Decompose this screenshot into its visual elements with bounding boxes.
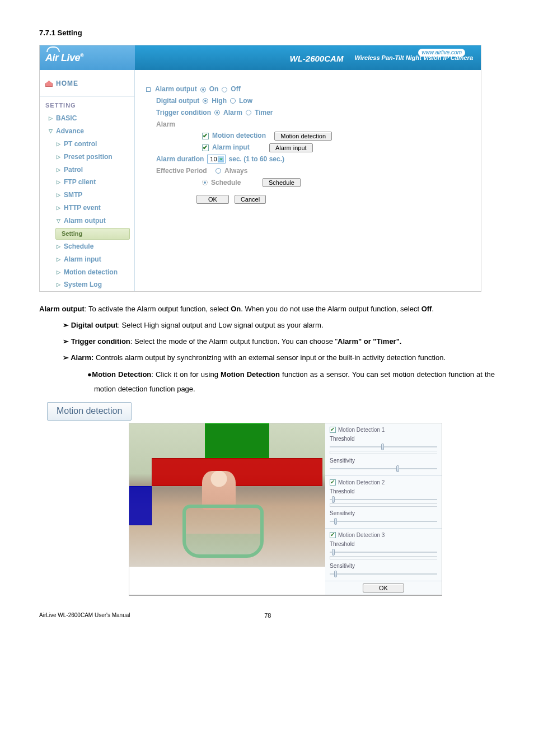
checkbox-alarm-input[interactable] [202, 144, 209, 151]
sidebar-item-label: FTP client [64, 178, 96, 187]
t-b4b: : Click it on for using [151, 370, 221, 379]
low-label: Low [239, 96, 252, 106]
ok-button[interactable]: OK [196, 195, 229, 204]
sidebar-item-pt-control[interactable]: ▷PT control [40, 138, 134, 151]
bullet-trigger-condition: ➢ Trigger condition: Select the mode of … [39, 334, 495, 349]
body-text: Alarm output: To activate the Alarm outp… [39, 302, 495, 396]
model-name: WL-2600CAM [290, 53, 344, 64]
alarm-duration-unit: sec. (1 to 60 sec.) [229, 155, 284, 164]
md-ok-button[interactable]: OK [363, 584, 404, 592]
sensitivity-slider-1[interactable] [330, 466, 437, 472]
sidebar-item-patrol[interactable]: ▷Patrol [40, 164, 134, 176]
schedule-button[interactable]: Schedule [263, 178, 301, 187]
md-block-3: Motion Detection 3ThresholdSensitivity [325, 529, 442, 581]
header-right: www.airlive.com WL-2600CAM Wireless Pan-… [135, 45, 481, 70]
md-title: Motion Detection 1 [338, 426, 385, 434]
always-label: Always [224, 166, 247, 176]
sidebar-item-motion-detection[interactable]: ▷Motion detection [40, 266, 134, 279]
admin-panel: Air Live® www.airlive.com WL-2600CAM Wir… [39, 45, 481, 292]
sensitivity-label: Sensitivity [330, 510, 437, 517]
radio-on[interactable] [200, 87, 206, 92]
alarm-duration-select[interactable]: 10 [207, 155, 225, 164]
arrow-icon: ➢ [63, 321, 71, 329]
sensitivity-slider-3[interactable] [330, 571, 437, 577]
sidebar-item-alarm-input[interactable]: ▷Alarm input [40, 253, 134, 266]
video-preview [129, 423, 325, 567]
chevron-right-icon: ▷ [57, 141, 60, 148]
threshold-slider-3[interactable] [330, 549, 437, 555]
chevron-right-icon: ▷ [57, 166, 60, 174]
sidebar-home[interactable]: HOME [40, 76, 134, 97]
sidebar-item-advance[interactable]: ▽Advance [40, 125, 134, 138]
sidebar-setting-header: SETTING [40, 99, 134, 112]
sidebar-item-http-event[interactable]: ▷HTTP event [40, 202, 134, 214]
square-bullet-icon [146, 87, 151, 92]
t-off: Off [421, 305, 432, 313]
bullet-motion-detection: ●Motion Detection: Click it on for using… [39, 367, 495, 396]
radio-schedule[interactable] [202, 180, 208, 185]
t-alarm: Alarm: [71, 353, 93, 362]
zone-3-blue[interactable] [129, 486, 152, 525]
row-alarm-duration: Alarm duration 10 sec. (1 to 60 sec.) [156, 155, 470, 164]
sidebar-item-label: Alarm input [64, 255, 101, 264]
md-checkbox-1[interactable] [330, 427, 336, 433]
motion-detection-button[interactable]: Motion detection [274, 132, 332, 141]
radio-timer[interactable] [246, 110, 251, 115]
alarm-duration-label: Alarm duration [156, 155, 204, 164]
effective-period-label: Effective Period [156, 166, 207, 176]
chevron-right-icon: ▷ [57, 192, 60, 199]
sidebar-item-smtp[interactable]: ▷SMTP [40, 189, 134, 202]
sensitivity-slider-2[interactable] [330, 519, 437, 524]
motion-detection-bigbutton[interactable]: Motion detection [47, 402, 132, 420]
alarm-output-label: Alarm output [155, 85, 197, 94]
sidebar-item-basic[interactable]: ▷BASIC [40, 112, 134, 125]
t-alarm-output: Alarm output [39, 305, 85, 313]
schedule-label: Schedule [211, 178, 241, 188]
sidebar-item-alarm-output[interactable]: ▽Alarm output [40, 214, 134, 227]
sidebar-item-preset-position[interactable]: ▷Preset position [40, 151, 134, 164]
radio-alarm[interactable] [214, 110, 220, 115]
brand-reg: ® [80, 53, 83, 58]
chevron-right-icon: ▷ [57, 179, 60, 186]
chevron-right-icon: ▷ [57, 204, 60, 212]
motion-detection-label: Motion detection [212, 131, 266, 141]
md-block-2: Motion Detection 2ThresholdSensitivity [325, 476, 442, 529]
page-number: 78 [130, 612, 405, 620]
content-area: Alarm output On Off Digital output High … [135, 70, 481, 291]
sidebar-item-label: PT control [64, 139, 97, 149]
t-b2b: : Select the mode of the Alarm output fu… [130, 337, 338, 346]
radio-high[interactable] [203, 98, 208, 104]
row-digital-output: Digital output High Low [156, 96, 470, 106]
threshold-slider-2[interactable] [330, 497, 437, 502]
sidebar-item-setting[interactable]: Setting [55, 228, 130, 240]
md-checkbox-3[interactable] [330, 532, 336, 538]
threshold-label: Threshold [330, 435, 437, 443]
row-alarm-input: Alarm input Alarm input [202, 143, 470, 152]
row-motion-detection: Motion detection Motion detection [202, 131, 470, 141]
t-p1b: : To activate the Alarm output function,… [85, 305, 231, 313]
sidebar-item-schedule[interactable]: ▷Schedule [40, 240, 134, 253]
radio-always[interactable] [216, 168, 221, 174]
sidebar-item-label: Patrol [64, 165, 83, 175]
radio-low[interactable] [230, 98, 236, 104]
zone-2-red[interactable] [152, 458, 322, 486]
md-block-1: Motion Detection 1ThresholdSensitivity [325, 423, 442, 476]
arrow-icon: ➢ [63, 353, 71, 362]
on-label: On [209, 85, 219, 94]
chevron-right-icon: ▷ [57, 269, 60, 276]
cancel-button[interactable]: Cancel [235, 195, 266, 204]
zone-1-green[interactable] [205, 423, 269, 458]
sidebar-item-ftp-client[interactable]: ▷FTP client [40, 176, 134, 189]
threshold-slider-1[interactable] [330, 444, 437, 450]
checkbox-motion-detection[interactable] [202, 133, 209, 139]
logo-area: Air Live® [40, 45, 135, 70]
alarm-input-button[interactable]: Alarm input [269, 143, 313, 152]
chevron-right-icon: ▷ [49, 115, 53, 122]
radio-off[interactable] [222, 87, 227, 92]
md-checkbox-2[interactable] [330, 479, 336, 486]
sidebar-item-label: Advance [56, 127, 84, 136]
sidebar-item-label: HTTP event [64, 203, 101, 213]
sidebar-item-system-log[interactable]: ▷System Log [40, 278, 134, 291]
chevron-right-icon: ▷ [57, 281, 60, 288]
sidebar-item-label: System Log [64, 280, 102, 290]
